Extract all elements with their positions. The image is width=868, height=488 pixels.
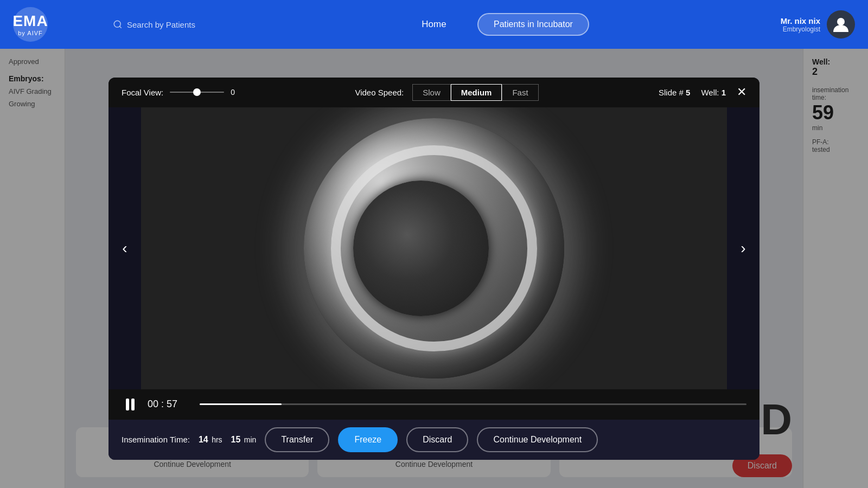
patients-incubator-button[interactable]: Patients in Incubator bbox=[477, 13, 589, 36]
embryo-inner bbox=[353, 181, 489, 316]
transfer-action-button[interactable]: Transfer bbox=[265, 427, 329, 452]
pause-icon bbox=[126, 399, 135, 410]
slide-info: Slide # 5 Well: 1 ✕ bbox=[659, 86, 746, 98]
time-display: 00 : 57 bbox=[148, 399, 191, 410]
svg-line-1 bbox=[119, 26, 121, 28]
playback-bar: 00 : 57 bbox=[108, 389, 760, 420]
search-label: Search by Patients bbox=[127, 20, 195, 29]
pause-button[interactable] bbox=[122, 396, 139, 413]
modal-header: Focal View: 0 Video Speed: Slow Medium F… bbox=[108, 78, 760, 107]
speed-medium[interactable]: Medium bbox=[451, 84, 502, 101]
discard-action-button[interactable]: Discard bbox=[406, 427, 468, 452]
svg-point-0 bbox=[114, 21, 120, 27]
user-role: Embryologist bbox=[781, 25, 820, 33]
next-arrow[interactable]: › bbox=[727, 107, 760, 389]
prev-arrow[interactable]: ‹ bbox=[108, 107, 141, 389]
insem-time-label: Insemination Time: bbox=[122, 435, 190, 444]
progress-fill bbox=[200, 403, 282, 405]
progress-track[interactable] bbox=[200, 403, 746, 405]
embryo-view bbox=[141, 107, 727, 389]
user-name: Mr. nix nix bbox=[781, 16, 820, 25]
avatar-icon bbox=[831, 15, 851, 34]
search-area[interactable]: Search by Patients bbox=[113, 20, 195, 29]
speed-fast[interactable]: Fast bbox=[502, 84, 538, 101]
focal-view-label: Focal View: bbox=[122, 88, 163, 97]
focal-view-control: Focal View: 0 bbox=[122, 88, 235, 97]
speed-slow[interactable]: Slow bbox=[412, 84, 451, 101]
well-label: Well: 1 bbox=[701, 88, 726, 97]
continue-development-button[interactable]: Continue Development bbox=[477, 427, 598, 452]
logo-sub: by AIVF bbox=[18, 30, 43, 36]
action-bar: Insemination Time: 14 hrs 15 min Transfe… bbox=[108, 420, 760, 460]
video-speed-label: Video Speed: bbox=[355, 88, 404, 97]
video-area: ‹ › bbox=[108, 107, 760, 389]
focal-slider-thumb bbox=[193, 88, 201, 96]
slide-label: Slide # 5 bbox=[659, 88, 690, 97]
search-icon bbox=[113, 20, 123, 29]
svg-point-2 bbox=[837, 18, 845, 25]
avatar bbox=[827, 10, 855, 38]
user-area: Mr. nix nix Embryologist bbox=[781, 10, 855, 38]
focal-value: 0 bbox=[231, 88, 235, 97]
video-speed-control: Video Speed: Slow Medium Fast bbox=[355, 84, 538, 101]
embryo-circle bbox=[304, 118, 564, 378]
modal-overlay: Focal View: 0 Video Speed: Slow Medium F… bbox=[0, 49, 868, 488]
header: EMA by AIVF Search by Patients Home Pati… bbox=[0, 0, 868, 49]
nav-home[interactable]: Home bbox=[422, 19, 446, 30]
modal: Focal View: 0 Video Speed: Slow Medium F… bbox=[108, 78, 760, 460]
logo-ema: EMA bbox=[12, 12, 48, 30]
logo: EMA by AIVF bbox=[13, 7, 48, 42]
freeze-action-button[interactable]: Freeze bbox=[338, 427, 398, 452]
insem-min-value: 15 min bbox=[231, 435, 257, 445]
focal-slider[interactable] bbox=[170, 92, 224, 93]
insem-hrs-value: 14 hrs bbox=[199, 435, 222, 445]
modal-close-button[interactable]: ✕ bbox=[737, 86, 746, 98]
